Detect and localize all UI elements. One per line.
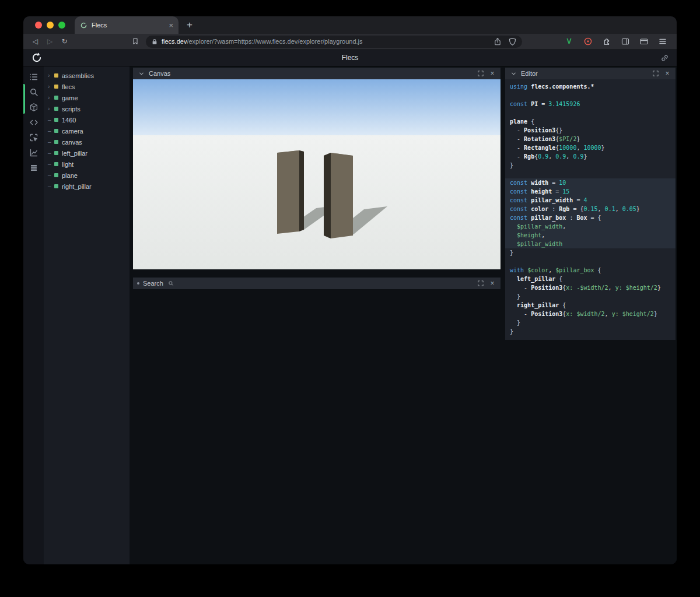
tree-item-plane[interactable]: –plane xyxy=(44,170,130,181)
main-area: Canvas × xyxy=(130,66,677,564)
code-line[interactable]: plane { xyxy=(505,117,676,126)
code-line[interactable] xyxy=(505,257,676,266)
expand-arrow-icon[interactable]: › xyxy=(48,84,54,90)
right-pillar-front xyxy=(331,153,353,238)
code-line[interactable]: $pillar_width xyxy=(505,240,676,248)
extensions-icon[interactable] xyxy=(599,35,614,48)
share-link-icon[interactable] xyxy=(660,54,669,62)
code-line[interactable] xyxy=(505,170,676,178)
close-panel-icon[interactable]: × xyxy=(488,279,496,287)
tree-item-label: game xyxy=(62,94,78,101)
canvas-3d-scene[interactable] xyxy=(133,79,501,269)
code-line[interactable]: } xyxy=(505,292,676,301)
editor-code[interactable]: using flecs.components.* const PI = 3.14… xyxy=(505,79,676,340)
code-line[interactable]: with $color, $pillar_box { xyxy=(505,266,676,275)
tree-branch-icon: – xyxy=(48,139,54,145)
expand-arrow-icon[interactable]: › xyxy=(48,106,54,112)
zoom-window-button[interactable] xyxy=(58,22,65,29)
cube-icon[interactable] xyxy=(23,100,44,115)
shield-icon[interactable] xyxy=(508,37,517,46)
rewards-icon[interactable] xyxy=(580,35,595,48)
code-line[interactable]: $height, xyxy=(505,231,676,240)
minimize-window-button[interactable] xyxy=(47,22,54,29)
canvas-panel-title: Canvas xyxy=(149,70,170,77)
code-line[interactable]: } xyxy=(505,161,676,170)
search-icon[interactable] xyxy=(23,85,44,100)
entity-color-swatch xyxy=(54,73,58,78)
code-line[interactable]: left_pillar { xyxy=(505,275,676,283)
scene-sky xyxy=(133,79,501,135)
code-line[interactable] xyxy=(505,108,676,117)
code-line[interactable]: const pillar_width = 4 xyxy=(505,196,676,205)
code-line[interactable]: const color : Rgb = {0.15, 0.1, 0.05} xyxy=(505,205,676,213)
browser-action-icons: V xyxy=(562,35,672,48)
close-panel-icon[interactable]: × xyxy=(663,69,671,78)
entity-color-swatch xyxy=(54,151,58,155)
code-line[interactable]: } xyxy=(505,318,676,327)
reload-button[interactable]: ↻ xyxy=(57,35,72,48)
code-line[interactable]: - Rotation3{$PI/2} xyxy=(505,135,676,143)
tree-item-label: 1460 xyxy=(62,117,76,124)
code-line[interactable]: const height = 15 xyxy=(505,187,676,196)
collapsed-panel-dot-icon[interactable] xyxy=(137,282,139,285)
chevron-down-icon[interactable] xyxy=(137,69,145,78)
tree-item-game[interactable]: ›game xyxy=(44,92,130,103)
tree-item-label: plane xyxy=(62,172,78,179)
code-line[interactable]: - Position3{x: -$width/2, y: $height/2} xyxy=(505,283,676,292)
sidebar-icon[interactable] xyxy=(618,35,632,48)
expand-arrow-icon[interactable]: › xyxy=(48,95,54,101)
code-line[interactable]: } xyxy=(505,327,676,336)
tree-item-left_pillar[interactable]: –left_pillar xyxy=(44,148,130,159)
code-line[interactable]: - Position3{} xyxy=(505,126,676,135)
code-line[interactable]: using flecs.components.* xyxy=(505,82,676,91)
url-bar[interactable]: flecs.dev/explorer/?wasm=https://www.fle… xyxy=(146,36,522,48)
new-tab-button[interactable]: + xyxy=(182,17,197,33)
editor-panel-header[interactable]: Editor × xyxy=(505,68,676,79)
close-window-button[interactable] xyxy=(35,22,42,29)
tree-item-canvas[interactable]: –canvas xyxy=(44,136,130,148)
lock-icon xyxy=(151,38,158,45)
code-line[interactable]: const pillar_box : Box = { xyxy=(505,213,676,222)
canvas-panel-header[interactable]: Canvas × xyxy=(133,68,501,79)
share-icon[interactable] xyxy=(494,37,502,46)
close-panel-icon[interactable]: × xyxy=(488,69,496,78)
tree-item-scripts[interactable]: ›scripts xyxy=(44,103,130,114)
expand-panel-icon[interactable] xyxy=(652,69,660,78)
tree-item-1460[interactable]: –1460 xyxy=(44,114,130,125)
expand-arrow-icon[interactable]: › xyxy=(48,73,54,79)
tree-item-light[interactable]: –light xyxy=(44,159,130,170)
code-line[interactable]: const PI = 3.1415926 xyxy=(505,100,676,108)
inspect-icon[interactable] xyxy=(23,130,44,145)
tree-item-camera[interactable]: –camera xyxy=(44,125,130,136)
wallet-icon[interactable] xyxy=(636,35,651,48)
code-icon[interactable] xyxy=(23,115,44,130)
bookmark-icon[interactable] xyxy=(128,35,142,48)
hierarchy-icon[interactable] xyxy=(23,69,44,85)
vpn-icon[interactable]: V xyxy=(562,35,576,48)
search-panel-title: Search xyxy=(143,280,163,287)
code-line[interactable] xyxy=(505,91,676,100)
chevron-down-icon[interactable] xyxy=(509,69,517,78)
browser-tab[interactable]: Flecs × xyxy=(75,16,178,34)
tree-item-assemblies[interactable]: ›assemblies xyxy=(44,70,130,81)
expand-panel-icon[interactable] xyxy=(477,279,485,287)
code-line[interactable]: - Position3{x: $width/2, y: $height/2} xyxy=(505,310,676,318)
forward-button[interactable]: ▷ xyxy=(43,35,57,48)
menu-icon[interactable] xyxy=(655,35,670,48)
tree-item-flecs[interactable]: ›flecs xyxy=(44,81,130,92)
app-header: Flecs xyxy=(23,50,677,66)
canvas-panel: Canvas × xyxy=(133,68,501,269)
chart-icon[interactable] xyxy=(23,145,44,160)
code-line[interactable]: $pillar_width, xyxy=(505,222,676,231)
tab-close-icon[interactable]: × xyxy=(169,21,173,30)
back-button[interactable]: ◁ xyxy=(28,35,43,48)
code-line[interactable]: } xyxy=(505,248,676,257)
rows-icon[interactable] xyxy=(23,160,44,175)
tree-item-right_pillar[interactable]: –right_pillar xyxy=(44,181,130,192)
expand-panel-icon[interactable] xyxy=(477,69,485,78)
code-line[interactable]: const width = 10 xyxy=(505,178,676,187)
search-panel-header[interactable]: Search × xyxy=(133,278,501,289)
code-line[interactable]: right_pillar { xyxy=(505,301,676,310)
code-line[interactable]: - Rectangle{10000, 10000} xyxy=(505,143,676,152)
code-line[interactable]: - Rgb{0.9, 0.9, 0.9} xyxy=(505,152,676,161)
